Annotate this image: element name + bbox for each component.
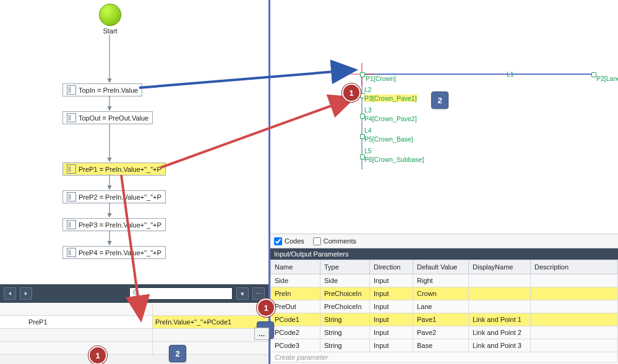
comments-checkbox[interactable]: Comments [313, 237, 356, 245]
table-cell[interactable] [469, 300, 531, 313]
table-cell[interactable]: PCode1 [271, 313, 320, 326]
table-cell[interactable]: Link and Point 1 [469, 313, 531, 326]
flow-node-label: PreP3 = PreIn.Value+"_"+P [79, 221, 161, 229]
codes-checkbox-input[interactable] [274, 237, 282, 245]
start-label: Start [94, 27, 126, 35]
flow-node-label: PreP1 = PreIn.Value+"_"+P [79, 166, 161, 173]
table-cell[interactable]: Input [370, 274, 413, 287]
vertex-label: P3[Crown_Pave1] [364, 95, 417, 102]
vertex-p2[interactable] [591, 72, 596, 77]
property-grid: PreP1 PreIn.Value+"_"+PCode1 [0, 303, 268, 364]
flow-node-topout[interactable]: TopOut = PreOut.Value [62, 111, 153, 124]
table-cell[interactable]: Input [370, 313, 413, 326]
setvalue-icon [67, 164, 76, 174]
callout-badge-1: 1 [342, 83, 361, 102]
table-cell[interactable]: Lane [413, 300, 469, 313]
flow-node-prep4[interactable]: PreP4 = PreIn.Value+"_"+P [62, 246, 166, 259]
table-row[interactable]: PCode1StringInputPave1Link and Point 1 [271, 313, 618, 326]
flowchart-canvas[interactable]: Start TopIn = PreIn.Value TopOut = PreOu… [0, 0, 268, 284]
vertex-p1[interactable] [360, 72, 365, 77]
flow-node-prep2[interactable]: PreP2 = PreIn.Value+"_"+P [62, 190, 166, 203]
options-button[interactable]: ⋯ [252, 287, 265, 300]
col-description[interactable]: Description [531, 260, 618, 274]
table-cell[interactable]: String [320, 313, 370, 326]
callout-badge-2: 2 [169, 345, 186, 362]
setvalue-icon [67, 85, 76, 95]
col-default[interactable]: Default Value [413, 260, 469, 274]
table-cell[interactable]: PCode3 [271, 339, 320, 352]
left-toolbar: 🔍 ▾ ⋯ [0, 284, 268, 303]
value-editor-button[interactable]: … [254, 328, 269, 340]
table-cell[interactable]: Pave1 [413, 313, 469, 326]
nav-right-button[interactable] [20, 287, 32, 300]
flow-node-prep3[interactable]: PreP3 = PreIn.Value+"_"+P [62, 218, 166, 231]
table-cell[interactable] [531, 300, 618, 313]
property-row[interactable]: PreP1 PreIn.Value+"_"+PCode1 [0, 316, 268, 329]
vertex-label: P1[Crown] [366, 75, 396, 82]
search-field[interactable] [142, 289, 230, 298]
table-row[interactable]: PCode3StringInputBaseLink and Point 3 [271, 339, 618, 352]
table-row[interactable]: SideSideInputRight [271, 274, 618, 287]
create-parameter-row[interactable]: Create parameter [270, 352, 618, 363]
table-cell[interactable] [531, 274, 618, 287]
table-cell[interactable]: Pave2 [413, 326, 469, 339]
table-cell[interactable]: PreIn [271, 287, 320, 300]
table-cell[interactable]: String [320, 326, 370, 339]
table-cell[interactable] [469, 287, 531, 300]
preview-options-bar: Codes Comments [270, 234, 618, 248]
params-table-wrap: Name Type Direction Default Value Displa… [270, 260, 618, 364]
params-header: Input/Output Parameters [270, 248, 618, 260]
table-cell[interactable]: Crown [413, 287, 469, 300]
table-cell[interactable] [531, 326, 618, 339]
table-cell[interactable] [531, 287, 618, 300]
table-row[interactable]: PreOutPreChoiceInInputLane [271, 300, 618, 313]
col-direction[interactable]: Direction [370, 260, 413, 274]
table-row[interactable]: PCode2StringInputPave2Link and Point 2 [271, 326, 618, 339]
property-value-cell[interactable]: PreIn.Value+"_"+PCode1 [153, 316, 268, 328]
comments-label: Comments [324, 237, 356, 245]
nav-left-button[interactable] [4, 287, 16, 300]
table-row[interactable]: PreInPreChoiceInInputCrown [271, 287, 618, 300]
preview-canvas[interactable]: P1[Crown] P2[Lane] L1 L2 P3[Crown_Pave1]… [270, 0, 618, 234]
table-cell[interactable]: Link and Point 2 [469, 326, 531, 339]
codes-checkbox[interactable]: Codes [274, 237, 304, 245]
table-cell[interactable]: Side [320, 274, 370, 287]
callout-badge-1: 1 [257, 298, 275, 317]
dropdown-button[interactable]: ▾ [236, 287, 249, 300]
table-cell[interactable]: Side [271, 274, 320, 287]
search-input[interactable]: 🔍 [129, 287, 233, 300]
table-cell[interactable]: PreOut [271, 300, 320, 313]
col-type[interactable]: Type [320, 260, 370, 274]
table-cell[interactable]: Right [413, 274, 469, 287]
table-cell[interactable] [469, 274, 531, 287]
col-name[interactable]: Name [271, 260, 320, 274]
table-cell[interactable]: String [320, 339, 370, 352]
start-node[interactable]: Start [94, 4, 126, 35]
app-root: Start TopIn = PreIn.Value TopOut = PreOu… [0, 0, 618, 364]
property-name: PreP1 [28, 318, 48, 326]
table-cell[interactable]: Input [370, 287, 413, 300]
codes-label: Codes [285, 237, 304, 245]
setvalue-icon [67, 248, 76, 257]
table-cell[interactable]: Input [370, 326, 413, 339]
table-cell[interactable]: Base [413, 339, 469, 352]
table-cell[interactable]: PCode2 [271, 326, 320, 339]
params-table[interactable]: Name Type Direction Default Value Displa… [270, 260, 618, 352]
col-displayname[interactable]: DisplayName [469, 260, 531, 274]
property-value: PreIn.Value+"_"+PCode1 [155, 318, 231, 326]
flow-node-topin[interactable]: TopIn = PreIn.Value [62, 83, 142, 96]
flow-node-prep1[interactable]: PreP1 = PreIn.Value+"_"+P [62, 163, 166, 176]
comments-checkbox-input[interactable] [313, 237, 321, 245]
table-cell[interactable] [531, 339, 618, 352]
flowchart-panel: Start TopIn = PreIn.Value TopOut = PreOu… [0, 0, 270, 364]
property-name-cell[interactable]: PreP1 [0, 316, 153, 328]
table-cell[interactable]: PreChoiceIn [320, 287, 370, 300]
table-cell[interactable] [531, 313, 618, 326]
table-cell[interactable]: PreChoiceIn [320, 300, 370, 313]
table-cell[interactable]: Link and Point 3 [469, 339, 531, 352]
table-cell[interactable]: Input [370, 300, 413, 313]
search-icon: 🔍 [132, 289, 142, 298]
link-label: L1 [507, 70, 514, 78]
table-cell[interactable]: Input [370, 339, 413, 352]
diagram-lines [270, 0, 618, 234]
